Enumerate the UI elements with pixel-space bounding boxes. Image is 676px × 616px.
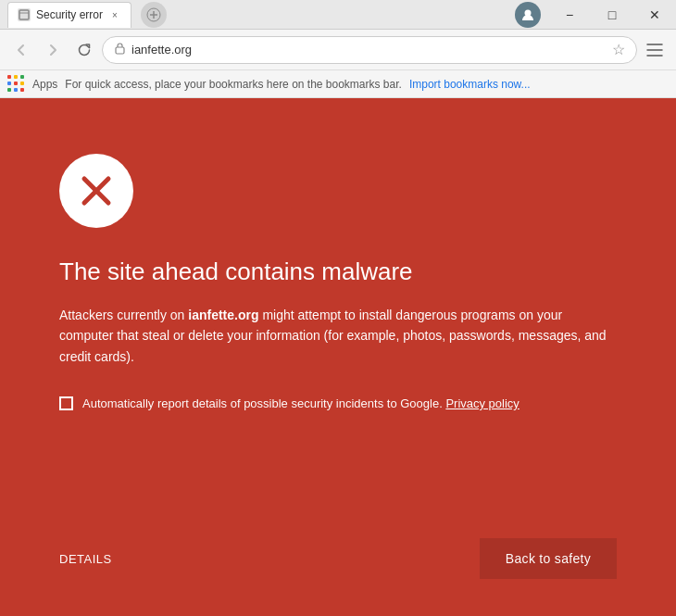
report-checkbox-label: Automatically report details of possible… — [82, 396, 520, 410]
window-controls: − □ ✕ — [515, 0, 676, 30]
title-bar-left: Security error × — [7, 2, 167, 28]
back-to-safety-button[interactable]: Back to safety — [480, 538, 617, 579]
report-checkbox-row: Automatically report details of possible… — [59, 396, 617, 410]
bookmark-star-icon[interactable]: ☆ — [612, 41, 625, 58]
bookmarks-bar: Apps For quick access, place your bookma… — [0, 70, 676, 98]
error-desc-prefix: Attackers currently on — [59, 308, 188, 322]
close-button[interactable]: ✕ — [633, 0, 676, 30]
bookmarks-hint: For quick access, place your bookmarks h… — [65, 78, 402, 91]
error-description: Attackers currently on ianfette.org migh… — [59, 305, 617, 367]
privacy-policy-link[interactable]: Privacy policy — [445, 396, 519, 410]
tab-favicon — [18, 8, 31, 21]
url-input[interactable] — [131, 43, 607, 57]
back-button[interactable] — [7, 36, 35, 64]
nav-bar: ☆ — [0, 30, 676, 70]
browser-tab[interactable]: Security error × — [7, 2, 131, 28]
reload-button[interactable] — [70, 36, 98, 64]
error-hexagon-icon — [59, 154, 133, 228]
title-bar: Security error × − □ ✕ — [0, 0, 676, 30]
svg-rect-6 — [116, 47, 124, 54]
error-icon-wrap — [59, 154, 133, 228]
report-checkbox[interactable] — [59, 396, 73, 410]
new-tab-button[interactable] — [141, 2, 167, 28]
address-icon — [114, 42, 126, 57]
apps-grid-icon — [7, 75, 25, 93]
forward-button[interactable] — [39, 36, 67, 64]
error-actions: DETAILS Back to safety — [59, 538, 617, 579]
tab-label: Security error — [36, 8, 103, 21]
apps-label[interactable]: Apps — [32, 78, 57, 91]
error-site-name: ianfette.org — [188, 308, 258, 322]
error-title: The site ahead contains malware — [59, 258, 617, 286]
import-bookmarks-link[interactable]: Import bookmarks now... — [409, 78, 531, 91]
details-link[interactable]: DETAILS — [59, 552, 112, 566]
profile-icon[interactable] — [515, 2, 541, 28]
menu-button[interactable] — [641, 36, 669, 64]
tab-close-button[interactable]: × — [108, 8, 121, 21]
svg-rect-0 — [19, 10, 29, 19]
address-bar[interactable]: ☆ — [102, 36, 637, 64]
minimize-button[interactable]: − — [548, 0, 591, 30]
maximize-button[interactable]: □ — [591, 0, 633, 30]
error-page: The site ahead contains malware Attacker… — [0, 98, 676, 616]
